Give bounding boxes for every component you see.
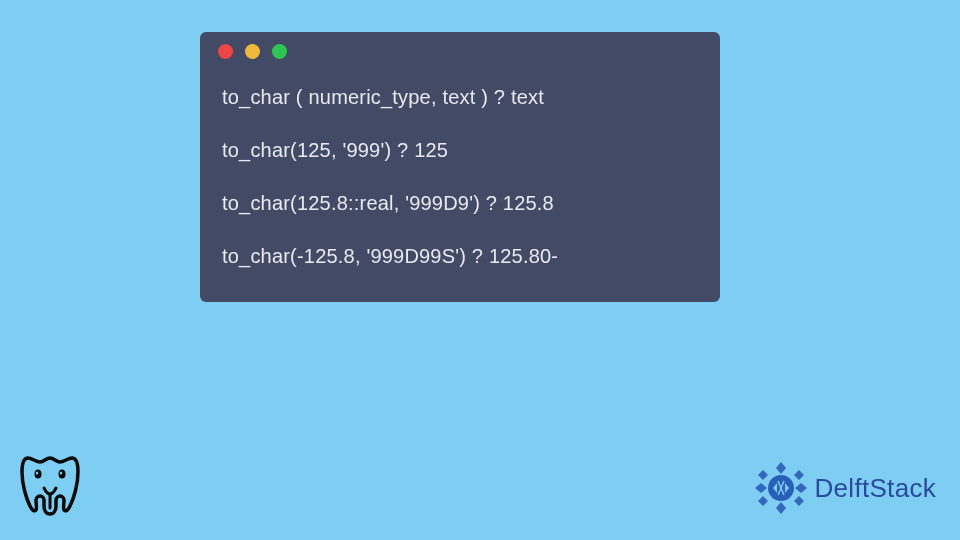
delftstack-logo-icon [753,460,809,516]
code-window: to_char ( numeric_type, text ) ? text to… [200,32,720,302]
code-line: to_char(-125.8, '999D99S') ? 125.80- [222,243,698,270]
code-line: to_char(125, '999') ? 125 [222,137,698,164]
code-body: to_char ( numeric_type, text ) ? text to… [200,70,720,284]
code-line: to_char ( numeric_type, text ) ? text [222,84,698,111]
svg-point-0 [35,470,42,479]
svg-point-1 [59,470,66,479]
postgresql-elephant-icon [18,450,88,522]
svg-point-3 [60,472,62,475]
code-line: to_char(125.8::real, '999D9') ? 125.8 [222,190,698,217]
svg-point-2 [36,472,38,475]
close-icon [218,44,233,59]
minimize-icon [245,44,260,59]
brand-name: DelftStack [815,473,937,504]
maximize-icon [272,44,287,59]
window-titlebar [200,32,720,70]
delftstack-logo: DelftStack [753,460,937,516]
